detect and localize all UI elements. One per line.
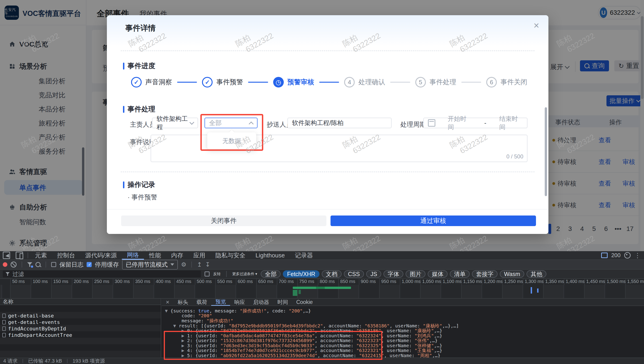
ruler-tick-label: 500 ms bbox=[195, 279, 215, 285]
close-icon[interactable]: × bbox=[533, 21, 539, 30]
preview-tab[interactable]: 时间 bbox=[273, 298, 292, 306]
devtools-tab[interactable]: 网络 bbox=[122, 251, 144, 260]
preview-tab[interactable]: 启动器 bbox=[249, 298, 273, 306]
request-row[interactable]: findDepartAccountTree bbox=[0, 332, 161, 338]
more-filters-dropdown[interactable]: 更多过滤条件 ▾ bbox=[232, 272, 257, 276]
ruler-tick-label: 150 ms bbox=[51, 279, 72, 285]
modal-footer: 关闭事件 通过审核 bbox=[107, 209, 548, 234]
devtools-tab[interactable]: 元素 bbox=[30, 251, 52, 260]
json-token: userName bbox=[389, 353, 412, 358]
json-line: ▼ {success: true, message: "操作成功!", code… bbox=[165, 308, 643, 313]
json-line: message: "操作成功!" bbox=[165, 318, 643, 323]
owner-select[interactable]: 软件架构工程 bbox=[152, 118, 198, 128]
column-name[interactable]: 名称 bbox=[0, 298, 161, 305]
type-chip[interactable]: 清单 bbox=[450, 270, 470, 278]
devtools-tabbar: 元素控制台源代码/来源网络性能内存应用隐私与安全Lighthouse记录器 20… bbox=[0, 251, 644, 260]
devtools-tab[interactable]: 记录器 bbox=[290, 251, 318, 260]
type-chip[interactable]: Fetch/XHR bbox=[283, 270, 319, 278]
step-label: 事件关闭 bbox=[500, 78, 527, 87]
disable-cache-label: 停用缓存 bbox=[95, 260, 119, 269]
ruler-tick-label: 300 ms bbox=[113, 279, 133, 285]
preview-tab[interactable]: Cookie bbox=[292, 298, 317, 306]
close-event-button[interactable]: 关闭事件 bbox=[121, 216, 326, 226]
filter-input[interactable]: 过滤 bbox=[3, 270, 201, 278]
timeline-ruler: 50 ms100 ms150 ms200 ms250 ms300 ms350 m… bbox=[10, 279, 644, 285]
settings-gear-icon[interactable] bbox=[624, 252, 631, 258]
request-name: findAccountByDeptId bbox=[8, 326, 66, 332]
request-rows: get-detail-base get-detail-events findAc… bbox=[0, 306, 161, 358]
event-stepper: 1 声音洞察 2 事件预警 3 预警审核 4 处理确认 5 事件处理 6 事件关… bbox=[131, 77, 527, 88]
modal-scrollbar[interactable] bbox=[545, 107, 547, 196]
type-chip[interactable]: 全部 bbox=[261, 270, 281, 278]
char-counter: 0 / 500 bbox=[506, 153, 523, 160]
type-chip[interactable]: 字体 bbox=[383, 270, 403, 278]
clear-icon[interactable] bbox=[11, 262, 17, 268]
ruler-tick-label: 200 ms bbox=[72, 279, 92, 285]
request-row[interactable]: findAccountByDeptId bbox=[0, 325, 161, 332]
type-chip[interactable]: JS bbox=[366, 270, 381, 278]
type-chip[interactable]: 套接字 bbox=[472, 270, 497, 278]
json-token: , bbox=[267, 308, 272, 314]
devtools-tab[interactable]: 控制台 bbox=[52, 251, 80, 260]
approve-button[interactable]: 通过审核 bbox=[331, 216, 536, 226]
devtools-tab[interactable]: 应用 bbox=[188, 251, 210, 260]
ruler-tick-label: 1,100 ms bbox=[441, 279, 461, 285]
devtools-tab[interactable]: 内存 bbox=[166, 251, 188, 260]
preserve-log-checkbox[interactable] bbox=[51, 262, 56, 267]
ruler-tick-label: 1,300 ms bbox=[523, 279, 543, 285]
type-chip[interactable]: 媒体 bbox=[428, 270, 447, 278]
divider bbox=[22, 262, 22, 268]
preview-tab[interactable]: 标头 bbox=[173, 298, 192, 306]
preview-tab[interactable]: × bbox=[162, 298, 173, 306]
request-row[interactable]: get-detail-base bbox=[0, 312, 161, 319]
ruler-tick-label: 1,150 ms bbox=[461, 279, 482, 285]
network-overview[interactable]: 50 ms100 ms150 ms200 ms250 ms300 ms350 m… bbox=[0, 279, 644, 298]
step-icon: 2 bbox=[202, 77, 213, 88]
devtools-tab[interactable]: 源代码/来源 bbox=[80, 251, 122, 260]
throttle-select[interactable]: 已停用节流模式 bbox=[122, 260, 178, 270]
step-label: 事件处理 bbox=[430, 78, 456, 87]
resource-size: 193 kB 项资源 bbox=[73, 358, 105, 364]
cc-input[interactable]: 软件架构工程/陈柏 bbox=[287, 118, 392, 128]
network-conditions-icon[interactable]: ⚙ bbox=[181, 261, 186, 268]
export-har-icon[interactable]: ↧ bbox=[205, 261, 210, 268]
type-chip[interactable]: 文档 bbox=[322, 270, 342, 278]
json-token: message bbox=[215, 308, 234, 314]
step: 6 事件关闭 bbox=[486, 77, 527, 88]
device-toolbar-icon[interactable] bbox=[16, 252, 23, 259]
record-button[interactable] bbox=[3, 262, 7, 267]
annotation-redbox-dropdown bbox=[200, 114, 263, 151]
invert-checkbox[interactable] bbox=[205, 272, 210, 276]
kebab-menu-icon[interactable]: ⋮ bbox=[634, 252, 641, 259]
type-chip[interactable]: 图片 bbox=[406, 270, 425, 278]
type-chip[interactable]: CSS bbox=[344, 270, 364, 278]
json-token: , bbox=[384, 353, 389, 358]
disable-cache-checkbox[interactable] bbox=[87, 262, 92, 267]
preview-tab[interactable]: 响应 bbox=[230, 298, 249, 306]
search-icon[interactable] bbox=[36, 262, 41, 267]
ruler-tick-label: 100 ms bbox=[31, 279, 51, 285]
inspect-icon[interactable] bbox=[3, 252, 10, 259]
devtools-tab[interactable]: 隐私与安全 bbox=[210, 251, 250, 260]
request-row[interactable]: get-detail-events bbox=[0, 319, 161, 325]
status-badge-icon bbox=[601, 252, 607, 258]
ruler-tick-label: 800 ms bbox=[318, 279, 338, 285]
ruler-tick-label: 1,400 ms bbox=[564, 279, 584, 285]
step-icon: 1 bbox=[131, 77, 142, 88]
preview-tab[interactable]: 预览 bbox=[211, 298, 230, 306]
filter-funnel-icon[interactable] bbox=[27, 262, 32, 267]
request-list-pane: 名称 get-detail-base get-detail-events bbox=[0, 298, 161, 358]
import-har-icon[interactable]: ↥ bbox=[197, 261, 202, 268]
devtools-tab[interactable]: Lighthouse bbox=[250, 251, 290, 260]
ruler-tick-label: 1,550 ms bbox=[625, 279, 644, 285]
period-range-input[interactable]: 开始时间 - 结束时间 bbox=[423, 118, 527, 128]
waterfall-green-segment bbox=[299, 290, 301, 294]
ruler-tick-label: 1,050 ms bbox=[420, 279, 441, 285]
devtools-tab[interactable]: 性能 bbox=[144, 251, 166, 260]
ruler-tick-label: 700 ms bbox=[277, 279, 297, 285]
type-chip[interactable]: 其他 bbox=[526, 270, 546, 278]
preview-tab[interactable]: 载荷 bbox=[192, 298, 211, 306]
ruler-tick-label: 1,000 ms bbox=[400, 279, 420, 285]
type-chip[interactable]: Wasm bbox=[500, 270, 524, 278]
page-viewport: 全部事件 我的事件 U 6322322 长安汽车 CHANGAN VOC客情直驱… bbox=[0, 0, 644, 251]
